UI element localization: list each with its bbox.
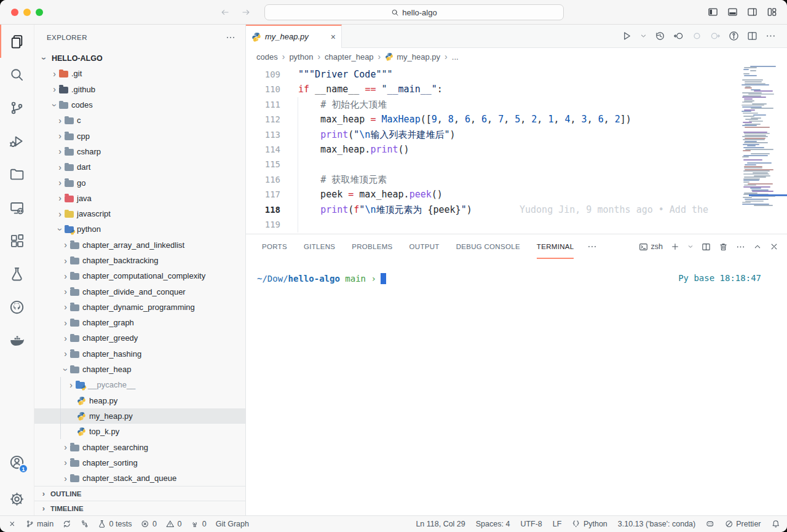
status-indentation[interactable]: Spaces: 4 [476, 520, 510, 528]
tree-item-top-k-py[interactable]: top_k.py [34, 424, 245, 439]
panel-more-tabs-icon[interactable] [587, 234, 597, 259]
status-gitlens[interactable] [81, 520, 89, 528]
activity-explorer[interactable] [0, 25, 34, 58]
activity-extensions[interactable] [0, 224, 34, 257]
tree-item-chapter-array-and-linkedlist[interactable]: ›chapter_array_and_linkedlist [34, 237, 245, 253]
tree-item-chapter-heap[interactable]: ›chapter_heap [34, 362, 245, 377]
breadcrumb-item-my-heap-py[interactable]: my_heap.py [385, 52, 440, 62]
status-python-interpreter[interactable]: 3.10.13 ('base': conda) [618, 520, 695, 528]
tree-item--pycache-[interactable]: ›__pycache__ [34, 377, 245, 392]
activity-run-debug[interactable] [0, 124, 34, 157]
status-copilot[interactable] [706, 520, 714, 528]
status-tests[interactable]: 0 tests [98, 520, 132, 528]
breadcrumb-item-python[interactable]: python [289, 52, 313, 62]
breadcrumb-item-chapter-heap[interactable]: chapter_heap [325, 52, 374, 62]
tree-item-c[interactable]: ›c [34, 113, 245, 128]
status-errors[interactable]: 0 [141, 520, 156, 528]
customize-layout-icon[interactable] [767, 7, 777, 17]
kill-terminal-icon[interactable] [719, 242, 728, 252]
split-terminal-icon[interactable] [702, 242, 711, 252]
activity-testing[interactable] [0, 257, 34, 290]
tree-item-hello-algo[interactable]: ›HELLO-ALGO [34, 50, 245, 66]
breadcrumb-item-codes[interactable]: codes [256, 52, 278, 62]
activity-docker[interactable] [0, 324, 34, 357]
more-actions-icon[interactable] [765, 31, 776, 41]
tree-item-python[interactable]: ›python [34, 221, 245, 237]
breadcrumb-item--[interactable]: ... [452, 52, 459, 62]
terminal-shell-zsh[interactable]: zsh [639, 242, 663, 252]
tree-item-chapter-dynamic-programming[interactable]: ›chapter_dynamic_programming [34, 300, 245, 315]
terminal[interactable]: ~/Dow/hello-algo main › Py base 18:18:47 [246, 259, 787, 515]
close-tab-icon[interactable]: × [331, 32, 336, 42]
status-sync[interactable] [63, 520, 71, 528]
tree-item-java[interactable]: ›java [34, 191, 245, 206]
panel-more-actions-icon[interactable] [736, 242, 745, 252]
tree-item--git[interactable]: ›.git [34, 66, 245, 81]
zoom-window-button[interactable] [36, 9, 43, 16]
tree-item-chapter-backtracking[interactable]: ›chapter_backtracking [34, 253, 245, 268]
tree-item-codes[interactable]: ›codes [34, 97, 245, 113]
tree-item-csharp[interactable]: ›csharp [34, 144, 245, 159]
activity-accounts[interactable]: 1 [0, 445, 34, 478]
status-remote-indicator[interactable] [8, 520, 17, 528]
new-terminal-icon[interactable] [671, 242, 679, 251]
panel-tab-gitlens[interactable]: GITLENS [304, 234, 335, 259]
status-warnings[interactable]: 0 [166, 520, 181, 528]
maximize-panel-icon[interactable] [753, 242, 762, 251]
tree-item-chapter-stack-and-queue[interactable]: ›chapter_stack_and_queue [34, 470, 245, 486]
timeline-history-icon[interactable] [655, 31, 665, 41]
activity-search[interactable] [0, 58, 34, 91]
toggle-sidebar-icon[interactable] [708, 7, 718, 17]
status-ports[interactable]: 0 [191, 520, 206, 528]
panel-tab-terminal[interactable]: TERMINAL [537, 234, 574, 259]
next-change-icon[interactable] [710, 31, 721, 41]
close-window-button[interactable] [11, 9, 18, 16]
status-prettier[interactable]: Prettier [725, 520, 761, 528]
code-editor[interactable]: 109"""Driver Code"""110if __name__ == "_… [246, 65, 787, 234]
forward-icon[interactable] [241, 7, 251, 17]
terminal-dropdown-icon[interactable] [687, 244, 694, 250]
tree-item-cpp[interactable]: ›cpp [34, 128, 245, 143]
back-icon[interactable] [220, 7, 230, 17]
toggle-panel-icon[interactable] [727, 7, 738, 17]
panel-tab-debug-console[interactable]: DEBUG CONSOLE [456, 234, 520, 259]
panel-tab-output[interactable]: OUTPUT [409, 234, 440, 259]
activity-source-control[interactable] [0, 91, 34, 124]
tree-item-chapter-divide-and-conquer[interactable]: ›chapter_divide_and_conquer [34, 284, 245, 299]
tab-my-heap-py[interactable]: my_heap.py × [246, 25, 342, 47]
explorer-more-actions[interactable] [226, 33, 235, 42]
status-notifications[interactable] [772, 520, 780, 528]
activity-remote-explorer[interactable] [0, 191, 34, 224]
tree-item-chapter-searching[interactable]: ›chapter_searching [34, 439, 245, 455]
status-cursor-position[interactable]: Ln 118, Col 29 [416, 520, 465, 528]
command-center-search[interactable]: hello-algo [264, 4, 564, 20]
status-eol[interactable]: LF [553, 520, 562, 528]
previous-change-icon[interactable] [673, 31, 684, 41]
status-encoding[interactable]: UTF-8 [520, 520, 542, 528]
tree-item-my-heap-py[interactable]: my_heap.py [34, 408, 245, 424]
tree-item-chapter-computational-complexity[interactable]: ›chapter_computational_complexity [34, 268, 245, 284]
tree-item-go[interactable]: ›go [34, 175, 245, 190]
status-git-graph[interactable]: Git Graph [216, 520, 249, 528]
tree-item-heap-py[interactable]: heap.py [34, 393, 245, 408]
tree-item-chapter-hashing[interactable]: ›chapter_hashing [34, 346, 245, 362]
tree-item-javascript[interactable]: ›javascript [34, 206, 245, 221]
sidebar-section-outline[interactable]: ›OUTLINE [34, 486, 245, 501]
status-language-mode[interactable]: Python [572, 520, 607, 528]
tree-item-dart[interactable]: ›dart [34, 159, 245, 175]
minimize-window-button[interactable] [23, 9, 31, 16]
activity-settings[interactable] [0, 482, 34, 515]
activity-project-manager[interactable] [0, 157, 34, 191]
close-panel-icon[interactable] [770, 242, 778, 251]
run-python-file-icon[interactable] [622, 31, 632, 41]
panel-tab-problems[interactable]: PROBLEMS [352, 234, 392, 259]
split-editor-icon[interactable] [747, 31, 757, 41]
sidebar-section-timeline[interactable]: ›TIMELINE [34, 501, 245, 515]
tree-item-chapter-greedy[interactable]: ›chapter_greedy [34, 330, 245, 346]
tree-item--github[interactable]: ›.github [34, 82, 245, 97]
run-dropdown-icon[interactable] [640, 33, 647, 39]
panel-tab-ports[interactable]: PORTS [262, 234, 287, 259]
activity-github[interactable] [0, 290, 34, 324]
toggle-secondary-sidebar-icon[interactable] [747, 7, 757, 17]
gitlens-graph-icon[interactable] [729, 31, 739, 41]
